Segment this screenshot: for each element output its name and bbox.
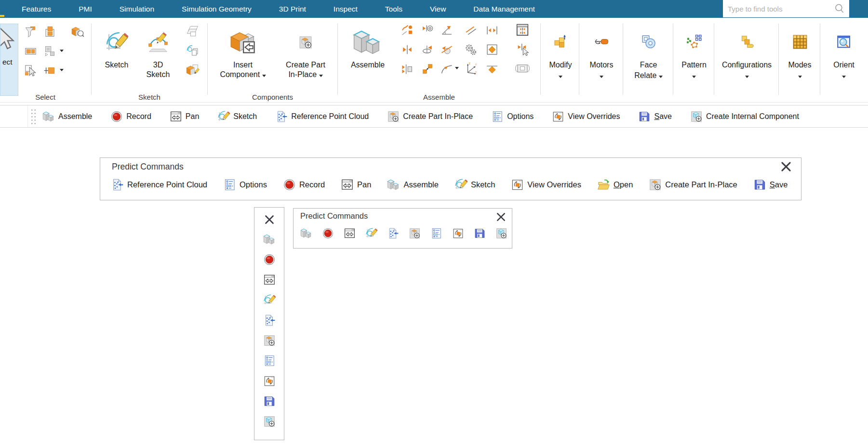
gear-relation-icon[interactable] [464, 43, 478, 56]
panel-sketch-button[interactable]: Sketch [454, 178, 495, 191]
quick-assemble-button[interactable]: Assemble [42, 110, 92, 123]
record-icon[interactable] [263, 253, 276, 266]
sketch-button[interactable]: Sketch [97, 25, 136, 70]
panel-save-button[interactable]: Save [753, 178, 788, 191]
path-relation-caret[interactable] [455, 67, 459, 69]
menu-features[interactable]: Features [22, 5, 51, 13]
select-filter-icon[interactable] [24, 26, 37, 39]
quick-reference-point-cloud-button[interactable]: Reference Point Cloud [275, 110, 369, 123]
flash-fit-icon[interactable] [401, 24, 414, 37]
quick-pan-button[interactable]: Pan [170, 110, 199, 123]
assembly-relationships-panel-icon[interactable] [515, 23, 530, 37]
match-relation-icon[interactable] [485, 24, 499, 37]
tool-search-input[interactable] [723, 5, 833, 13]
motors-dropdown[interactable]: Motors [581, 18, 622, 103]
face-relate-dropdown[interactable]: Face Relate [625, 18, 672, 103]
menu-data-management[interactable]: Data Management [473, 5, 535, 13]
component-search-icon[interactable] [71, 26, 84, 39]
panel-create-part-inplace-button[interactable]: Create Part In-Place [649, 178, 737, 191]
relation-manager-icon[interactable] [515, 61, 530, 76]
panel-reference-point-cloud-button[interactable]: Reference Point Cloud [111, 178, 207, 191]
panel-view-overrides-button[interactable]: View Overrides [511, 178, 581, 191]
quick-save-button[interactable]: Save [638, 110, 671, 123]
panel-open-button[interactable]: Open [597, 178, 633, 191]
insert-component-button[interactable]: Insert Component [214, 25, 271, 80]
close-icon[interactable] [264, 214, 275, 225]
select-button-partial[interactable]: ect [0, 24, 18, 96]
search-icon[interactable] [833, 2, 846, 15]
axial-align-icon[interactable] [421, 43, 434, 56]
view-overrides-icon[interactable] [452, 227, 464, 239]
coordinate-system-icon[interactable]: ZYx [464, 62, 478, 76]
select-line-box-icon[interactable] [43, 64, 56, 77]
select-box-cursor-icon[interactable] [24, 64, 37, 77]
quick-options-button[interactable]: Options [491, 110, 534, 123]
quick-view-overrides-button[interactable]: View Overrides [552, 110, 620, 123]
select-overlapping-icon[interactable] [24, 45, 37, 58]
reference-point-cloud-icon[interactable] [387, 227, 399, 239]
menu-inspect[interactable]: Inspect [334, 5, 358, 13]
assemble-icon[interactable] [263, 233, 276, 246]
close-icon[interactable] [495, 211, 507, 223]
menu-tools[interactable]: Tools [385, 5, 402, 13]
toolbar-drag-grip[interactable] [30, 108, 37, 125]
pan-icon[interactable] [344, 227, 356, 239]
menu-simulation[interactable]: Simulation [120, 5, 154, 13]
pattern-dropdown[interactable]: Pattern [675, 18, 713, 103]
tangent-relation-icon[interactable] [440, 43, 454, 56]
create-part-inplace-button[interactable]: Create Part In-Place [276, 25, 335, 80]
path-relation-icon[interactable] [440, 62, 454, 76]
select-visible-dropdown-caret[interactable] [60, 50, 64, 52]
save-icon[interactable] [263, 395, 276, 407]
sketch-3d-button[interactable]: 3D Sketch [138, 25, 178, 80]
create-internal-component-icon[interactable] [263, 415, 276, 428]
angle-relation-icon[interactable] [440, 24, 454, 37]
modify-dropdown[interactable]: Modify [543, 18, 578, 103]
quick-sketch-button[interactable]: Sketch [217, 110, 257, 123]
sketch-planes-icon[interactable] [186, 25, 200, 38]
menu-view[interactable]: View [430, 5, 446, 13]
mate-relation-icon[interactable] [401, 43, 414, 56]
panel-assemble-button[interactable]: Assemble [387, 178, 438, 191]
record-icon[interactable] [322, 227, 334, 239]
save-icon[interactable] [474, 227, 486, 239]
sketch-on-part-icon[interactable] [186, 63, 200, 77]
quick-create-internal-component-button[interactable]: Create Internal Component [690, 110, 799, 123]
quick-record-button[interactable]: Record [110, 110, 151, 123]
select-line-dropdown-caret[interactable] [60, 69, 64, 71]
parallel-relation-icon[interactable] [464, 24, 478, 37]
select-relation-icon[interactable] [515, 42, 530, 56]
options-icon[interactable] [263, 354, 276, 367]
reference-point-cloud-icon[interactable] [263, 314, 276, 327]
select-visible-icon[interactable] [43, 45, 56, 58]
sketch-icon[interactable] [263, 294, 276, 306]
menu-3d-print[interactable]: 3D Print [279, 5, 306, 13]
frame-relation-icon[interactable] [485, 43, 499, 56]
menu-simulation-geometry[interactable]: Simulation Geometry [182, 5, 252, 13]
menu-pmi[interactable]: PMI [79, 5, 92, 13]
panel-pan-button[interactable]: Pan [341, 178, 371, 191]
options-icon[interactable] [430, 227, 442, 239]
pan-icon[interactable] [263, 274, 276, 286]
planar-align-icon[interactable] [401, 62, 414, 76]
box-select-icon[interactable] [43, 26, 56, 39]
close-icon[interactable] [780, 160, 792, 173]
configurations-dropdown[interactable]: Configurations [716, 18, 778, 103]
view-overrides-icon[interactable] [263, 375, 276, 387]
sketch-copy-icon[interactable] [186, 44, 200, 57]
create-internal-component-icon[interactable] [495, 227, 507, 239]
modes-dropdown[interactable]: Modes [780, 18, 819, 103]
panel-record-button[interactable]: Record [283, 178, 325, 191]
quick-create-part-inplace-button[interactable]: Create Part In-Place [387, 110, 473, 123]
assemble-icon[interactable] [300, 227, 312, 239]
insert-relation-icon[interactable] [421, 24, 434, 37]
ground-relation-icon[interactable] [485, 62, 499, 76]
create-part-inplace-icon[interactable] [409, 227, 421, 239]
panel-options-button[interactable]: Options [223, 178, 267, 191]
sketch-icon[interactable] [365, 227, 377, 239]
assemble-button[interactable]: Assemble [343, 25, 393, 70]
orient-dropdown[interactable]: Orient [822, 18, 866, 103]
create-part-inplace-icon[interactable] [263, 334, 276, 347]
connect-relation-icon[interactable] [421, 62, 434, 76]
modify-label: Modify [549, 60, 572, 70]
